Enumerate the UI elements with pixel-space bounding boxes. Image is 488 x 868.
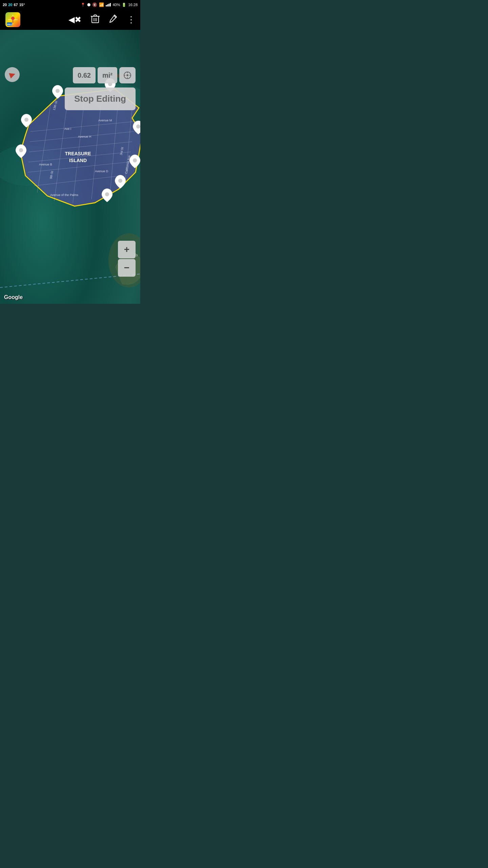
svg-text:Avenue M: Avenue M xyxy=(98,119,112,122)
svg-text:Avenue B: Avenue B xyxy=(39,163,52,166)
stop-editing-button[interactable]: Stop Editing xyxy=(65,87,136,110)
more-menu-button[interactable]: ⋮ xyxy=(127,15,135,25)
location-icon: 📍 xyxy=(81,3,85,7)
toolbar: PRO ◀✖ ⋮ xyxy=(0,9,140,30)
svg-text:TREASURE: TREASURE xyxy=(65,151,91,156)
location-button[interactable] xyxy=(119,67,136,83)
battery-icon: 🔋 xyxy=(122,3,126,7)
svg-text:Avenue of the Palms: Avenue of the Palms xyxy=(50,193,78,197)
svg-point-44 xyxy=(56,89,60,93)
mute-icon: 🔇 xyxy=(92,2,97,7)
svg-point-46 xyxy=(24,118,28,122)
svg-point-47 xyxy=(19,148,23,152)
map-area[interactable]: 13th St Avenue N Ave I Avenue H Avenue M… xyxy=(0,30,140,304)
signal-icon xyxy=(106,3,111,6)
status-left: 20 20 67 15° xyxy=(3,3,25,7)
svg-text:Avenue D: Avenue D xyxy=(95,170,108,173)
zoom-out-button[interactable]: − xyxy=(118,259,136,277)
zoom-in-button[interactable]: + xyxy=(118,241,136,258)
zoom-controls: + − xyxy=(118,241,136,277)
compass-arrow: ▶ xyxy=(8,70,17,80)
svg-point-4 xyxy=(11,17,15,20)
svg-text:Avenue H: Avenue H xyxy=(78,135,91,138)
bluetooth-icon: ⬢ xyxy=(87,2,90,7)
svg-point-50 xyxy=(118,179,122,183)
edit-button[interactable] xyxy=(109,14,117,25)
status-num3: 67 xyxy=(14,3,18,7)
svg-text:Ave I: Ave I xyxy=(64,127,71,131)
back-cancel-button[interactable]: ◀✖ xyxy=(68,15,81,24)
measurement-bar: 0.62 mi² xyxy=(73,67,136,83)
clock: 16:28 xyxy=(128,3,138,7)
toolbar-right: ◀✖ ⋮ xyxy=(68,14,135,25)
delete-button[interactable] xyxy=(91,14,100,25)
wifi-icon: 📶 xyxy=(99,2,104,7)
status-num2: 20 xyxy=(8,3,12,7)
status-bar: 20 20 67 15° 📍 ⬢ 🔇 📶 40% 🔋 16:28 xyxy=(0,0,140,9)
status-num1: 20 xyxy=(3,3,7,7)
measurement-unit-button[interactable]: mi² xyxy=(98,67,117,83)
svg-text:ISLAND: ISLAND xyxy=(69,158,87,163)
measurement-value-button[interactable]: 0.62 xyxy=(73,67,96,83)
battery-percent: 40% xyxy=(113,3,120,7)
svg-text:PRO: PRO xyxy=(7,23,12,26)
svg-point-57 xyxy=(126,74,128,76)
google-watermark: Google xyxy=(4,294,23,300)
svg-point-49 xyxy=(133,158,137,162)
svg-point-51 xyxy=(105,192,109,196)
app-logo[interactable]: PRO xyxy=(5,12,20,27)
compass-button[interactable]: ▶ xyxy=(5,67,20,82)
svg-point-48 xyxy=(136,124,140,129)
status-right: 📍 ⬢ 🔇 📶 40% 🔋 16:28 xyxy=(81,2,138,7)
status-temp: 15° xyxy=(19,3,25,7)
